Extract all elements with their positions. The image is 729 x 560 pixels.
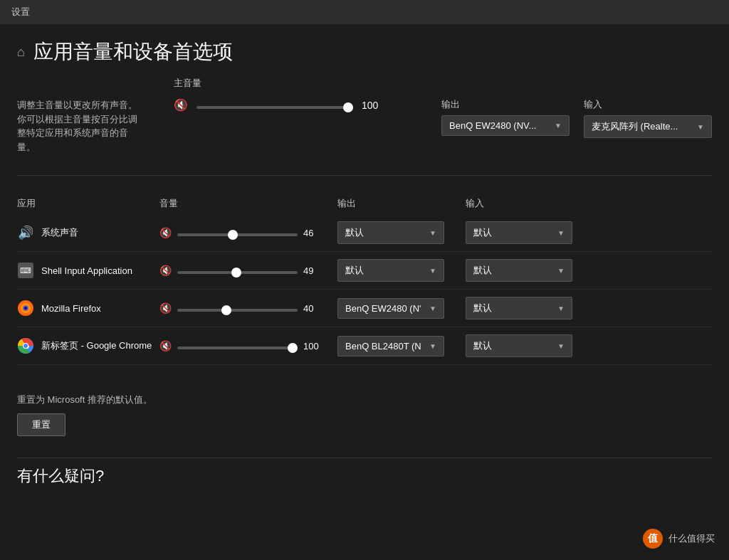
- app-row: 🔊 系统声音 🔇 46 默认 ▼ 默认 ▼: [17, 214, 712, 252]
- master-input-label: 输入: [584, 98, 712, 111]
- app-output-value-firefox: BenQ EW2480 (N': [345, 303, 421, 314]
- svg-point-3: [24, 307, 27, 310]
- master-volume-label: 主音量: [174, 77, 413, 90]
- app-output-col-chrome: BenQ BL2480T (N ▼: [337, 336, 458, 356]
- col-header-input: 输入: [466, 197, 572, 210]
- app-mute-icon-system-sound[interactable]: 🔇: [159, 227, 172, 238]
- master-input-group: 输入 麦克风阵列 (Realte... ▼: [584, 98, 712, 138]
- app-info-chrome: 新标签页 - Google Chrome: [17, 337, 159, 354]
- app-slider-wrapper-firefox[interactable]: [177, 302, 298, 314]
- app-input-value-system-sound: 默认: [473, 226, 492, 239]
- app-icon-system-sound: 🔊: [17, 224, 34, 241]
- app-icon-chrome: [17, 337, 34, 354]
- master-output-dropdown[interactable]: BenQ EW2480 (NV... ▼: [441, 115, 570, 136]
- reset-section: 重置为 Microsoft 推荐的默认值。 重置: [17, 386, 712, 436]
- app-output-dropdown-system-sound[interactable]: 默认 ▼: [337, 221, 444, 244]
- app-output-arrow-system-sound: ▼: [429, 229, 436, 237]
- app-volume-value-system-sound: 46: [303, 228, 323, 238]
- app-input-dropdown-shell-input[interactable]: 默认 ▼: [466, 259, 572, 282]
- master-controls: 主音量 🔇 100: [174, 77, 413, 123]
- app-mute-icon-chrome[interactable]: 🔇: [159, 340, 172, 352]
- app-name-chrome: 新标签页 - Google Chrome: [41, 339, 152, 352]
- app-volume-slider-shell-input[interactable]: [177, 271, 298, 274]
- app-name-system-sound: 系统声音: [41, 226, 78, 239]
- svg-point-7: [23, 344, 28, 348]
- app-volume-slider-firefox[interactable]: [177, 309, 298, 312]
- app-volume-slider-system-sound[interactable]: [177, 233, 298, 236]
- app-input-dropdown-firefox[interactable]: 默认 ▼: [466, 297, 572, 319]
- col-header-output: 输出: [337, 197, 458, 210]
- app-input-col-chrome: 默认 ▼: [466, 334, 572, 357]
- app-output-dropdown-chrome[interactable]: BenQ BL2480T (N ▼: [337, 336, 444, 356]
- app-row: 新标签页 - Google Chrome 🔇 100 BenQ BL2480T …: [17, 327, 712, 365]
- app-input-arrow-system-sound: ▼: [557, 229, 565, 237]
- app-input-arrow-firefox: ▼: [557, 305, 565, 312]
- app-volume-value-firefox: 40: [303, 303, 323, 314]
- app-slider-wrapper-shell-input[interactable]: [177, 265, 298, 276]
- app-input-dropdown-system-sound[interactable]: 默认 ▼: [466, 221, 572, 244]
- app-info-firefox: Mozilla Firefox: [17, 300, 159, 317]
- app-volume-col-firefox: 🔇 40: [159, 302, 323, 314]
- apps-column-headers: 应用 音量 输出 输入: [17, 197, 712, 214]
- app-mute-icon-firefox[interactable]: 🔇: [159, 302, 172, 314]
- master-output-label: 输出: [441, 98, 570, 111]
- col-header-volume: 音量: [159, 197, 323, 210]
- app-row: Mozilla Firefox 🔇 40 BenQ EW2480 (N' ▼ 默…: [17, 290, 712, 327]
- app-output-col-system-sound: 默认 ▼: [337, 221, 458, 244]
- apps-section: 应用 音量 输出 输入 🔊 系统声音 🔇 46: [17, 197, 712, 365]
- page-title: 应用音量和设备首选项: [33, 38, 233, 65]
- master-volume-row: 🔇 100: [174, 98, 413, 112]
- page-header: ⌂ 应用音量和设备首选项: [0, 24, 729, 77]
- app-output-dropdown-firefox[interactable]: BenQ EW2480 (N' ▼: [337, 298, 444, 319]
- brand-logo: 值: [643, 529, 663, 549]
- master-description: 调整主音量以更改所有声音。你可以根据主音量按百分比调整特定应用和系统声音的音量。: [17, 77, 145, 154]
- app-input-value-chrome: 默认: [473, 339, 492, 352]
- master-input-arrow: ▼: [697, 123, 704, 131]
- app-volume-col-chrome: 🔇 100: [159, 340, 323, 352]
- reset-button[interactable]: 重置: [17, 413, 65, 436]
- master-input-dropdown[interactable]: 麦克风阵列 (Realte... ▼: [584, 115, 712, 138]
- app-volume-col-shell-input: 🔇 49: [159, 265, 323, 276]
- master-output-value: BenQ EW2480 (NV...: [449, 120, 536, 131]
- app-output-value-shell-input: 默认: [345, 264, 364, 277]
- app-info-shell-input: ⌨ Shell Input Application: [17, 262, 159, 279]
- app-volume-value-chrome: 100: [303, 341, 323, 352]
- brand-text: 什么值得买: [668, 532, 715, 545]
- app-output-col-firefox: BenQ EW2480 (N' ▼: [337, 298, 458, 319]
- app-name-firefox: Mozilla Firefox: [41, 303, 101, 314]
- master-output-group: 输出 BenQ EW2480 (NV... ▼: [441, 98, 570, 138]
- app-input-dropdown-chrome[interactable]: 默认 ▼: [466, 334, 572, 357]
- master-mute-icon[interactable]: 🔇: [174, 98, 188, 112]
- col-header-app: 应用: [17, 197, 159, 210]
- app-input-col-firefox: 默认 ▼: [466, 297, 572, 319]
- master-output-arrow: ▼: [555, 122, 562, 130]
- reset-label: 重置为 Microsoft 推荐的默认值。: [17, 393, 712, 406]
- master-slider-wrapper[interactable]: [196, 100, 353, 111]
- top-bar-label: 设置: [11, 6, 30, 17]
- app-name-shell-input: Shell Input Application: [41, 265, 132, 276]
- app-slider-wrapper-chrome[interactable]: [177, 340, 298, 352]
- app-slider-wrapper-system-sound[interactable]: [177, 227, 298, 238]
- app-mute-icon-shell-input[interactable]: 🔇: [159, 265, 172, 276]
- top-bar: 设置: [0, 0, 729, 24]
- app-input-arrow-shell-input: ▼: [557, 267, 565, 275]
- app-icon-firefox: [17, 300, 34, 317]
- app-icon-shell-input: ⌨: [17, 262, 34, 279]
- main-content: 调整主音量以更改所有声音。你可以根据主音量按百分比调整特定应用和系统声音的音量。…: [0, 77, 729, 487]
- master-volume-slider[interactable]: [196, 106, 353, 109]
- app-input-arrow-chrome: ▼: [557, 342, 565, 350]
- app-output-dropdown-shell-input[interactable]: 默认 ▼: [337, 259, 444, 282]
- app-rows-container: 🔊 系统声音 🔇 46 默认 ▼ 默认 ▼: [17, 214, 712, 365]
- app-output-arrow-firefox: ▼: [429, 305, 436, 312]
- footer-section: 有什么疑问?: [17, 458, 712, 487]
- master-volume-section: 调整主音量以更改所有声音。你可以根据主音量按百分比调整特定应用和系统声音的音量。…: [17, 77, 712, 176]
- app-info-system-sound: 🔊 系统声音: [17, 224, 159, 241]
- home-icon[interactable]: ⌂: [17, 45, 25, 60]
- app-input-value-firefox: 默认: [473, 302, 492, 315]
- master-io-section: 输出 BenQ EW2480 (NV... ▼ 输入 麦克风阵列 (Realte…: [441, 77, 712, 138]
- app-volume-slider-chrome[interactable]: [177, 347, 298, 349]
- app-row: ⌨ Shell Input Application 🔇 49 默认 ▼ 默认: [17, 252, 712, 290]
- app-output-value-system-sound: 默认: [345, 226, 364, 239]
- app-input-col-shell-input: 默认 ▼: [466, 259, 572, 282]
- app-output-arrow-chrome: ▼: [429, 342, 436, 350]
